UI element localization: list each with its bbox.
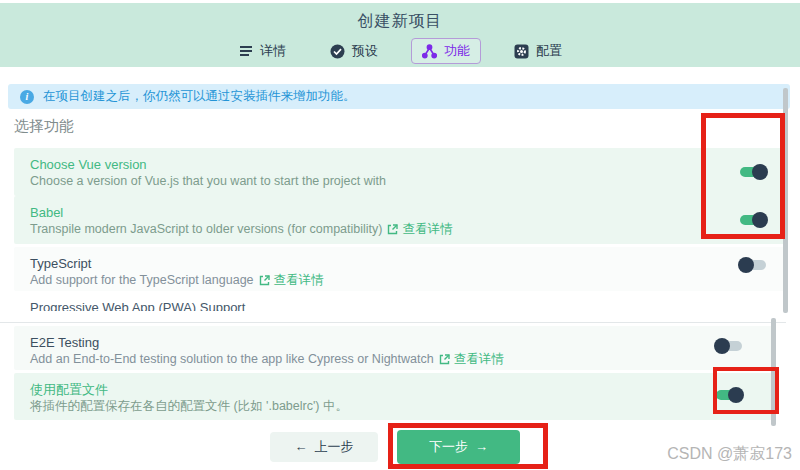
feature-description: Transpile modern JavaScript to older ver… [30,221,382,238]
feature-description: Add support for the TypeScript language [30,272,254,289]
toggle-knob [714,338,730,354]
feature-row-e2e-testing[interactable]: E2E Testing Add an End-to-End testing so… [14,326,772,370]
feature-row-typescript[interactable]: TypeScript Add support for the TypeScrip… [14,247,786,291]
scrollbar-thumb-top[interactable] [783,88,788,313]
feature-name: Choose Vue version [30,156,786,173]
feature-toggle[interactable] [714,338,744,354]
features-icon [422,44,437,59]
feature-row-pwa-clipped[interactable]: Progressive Web App (PWA) Support [14,298,774,311]
external-link-icon [259,275,270,286]
feature-row-choose-vue-version[interactable]: Choose Vue version Choose a version of V… [14,148,786,196]
section-title: 选择功能 [14,117,74,136]
previous-step-label: 上一步 [315,439,354,454]
tab-presets[interactable]: 预设 [319,38,389,64]
external-link-icon [439,354,450,365]
feature-description: Add an End-to-End testing solution to th… [30,351,434,368]
next-step-label: 下一步 [429,439,468,454]
header: 创建新项目 详情 预设 功能 [0,3,800,67]
more-info-link[interactable]: 查看详情 [439,351,504,368]
feature-description: 将插件的配置保存在各自的配置文件 (比如 '.babelrc') 中。 [30,398,772,415]
feature-toggle[interactable] [738,164,768,180]
more-info-label: 查看详情 [274,272,324,289]
feature-toggle[interactable] [714,387,744,403]
previous-step-button[interactable]: ← 上一步 [270,432,378,462]
feature-name: Progressive Web App (PWA) Support [30,298,774,311]
back-arrow-icon: ← [294,439,307,454]
feature-description: Choose a version of Vue.js that you want… [30,173,786,190]
forward-arrow-icon: → [475,439,488,454]
tab-label: 预设 [352,42,378,60]
feature-row-babel[interactable]: Babel Transpile modern JavaScript to old… [14,196,786,244]
gear-icon [514,44,529,59]
info-banner: i 在项目创建之后，你仍然可以通过安装插件来增加功能。 [8,84,790,109]
scrollbar-thumb-bottom[interactable] [771,318,776,426]
tab-label: 功能 [444,42,470,60]
feature-toggle[interactable] [738,212,768,228]
feature-row-use-config-files[interactable]: 使用配置文件 将插件的配置保存在各自的配置文件 (比如 '.babelrc') … [14,373,772,420]
tab-features[interactable]: 功能 [411,38,481,64]
more-info-label: 查看详情 [402,221,452,238]
list-icon [238,44,253,59]
info-icon: i [20,90,34,104]
tab-details[interactable]: 详情 [227,38,297,64]
feature-name: E2E Testing [30,334,772,351]
feature-name: 使用配置文件 [30,381,772,398]
more-info-link[interactable]: 查看详情 [259,272,324,289]
toggle-knob [752,164,768,180]
watermark: CSDN @萧寂173 [667,444,792,465]
info-banner-text: 在项目创建之后，你仍然可以通过安装插件来增加功能。 [43,88,356,105]
toggle-knob [752,212,768,228]
page-title: 创建新项目 [0,11,800,32]
more-info-link[interactable]: 查看详情 [387,221,452,238]
tab-label: 配置 [536,42,562,60]
tab-bar: 详情 预设 功能 配置 [0,37,800,65]
tab-config[interactable]: 配置 [503,38,573,64]
toggle-knob [738,257,754,273]
check-circle-icon [330,44,345,59]
next-step-button[interactable]: 下一步 → [397,430,520,464]
tab-label: 详情 [260,42,286,60]
feature-toggle[interactable] [738,257,768,273]
feature-name: Babel [30,204,786,221]
more-info-label: 查看详情 [454,351,504,368]
feature-name: TypeScript [30,255,786,272]
section-divider [0,322,786,323]
toggle-knob [728,387,744,403]
vue-ui-create-project-page: 创建新项目 详情 预设 功能 [0,0,800,470]
external-link-icon [387,224,398,235]
